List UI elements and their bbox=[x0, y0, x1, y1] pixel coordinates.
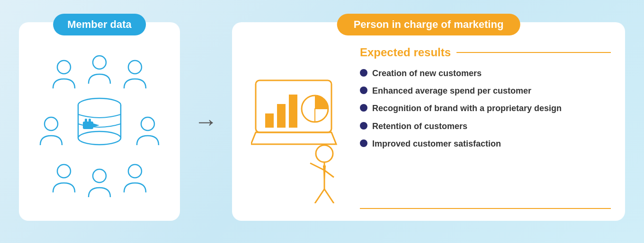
expected-results-title: Expected results bbox=[360, 46, 451, 59]
svg-line-27 bbox=[324, 189, 334, 203]
bullet-dot-5 bbox=[360, 139, 367, 147]
svg-point-5 bbox=[57, 165, 71, 178]
result-item-4: Retention of customers bbox=[360, 121, 611, 132]
expected-results-header: Expected results bbox=[360, 46, 611, 59]
result-item-5: Improved customer satisfaction bbox=[360, 138, 611, 150]
result-text-2: Enhanced average spend per customer bbox=[372, 85, 531, 97]
result-text-3: Recognition of brand with a proprietary … bbox=[372, 103, 562, 114]
db-illustration bbox=[38, 51, 161, 202]
bullet-dot-1 bbox=[360, 69, 367, 77]
bullet-dot-3 bbox=[360, 104, 367, 112]
results-section: Expected results Creation of new custome… bbox=[360, 46, 611, 209]
result-text-1: Creation of new customers bbox=[372, 68, 482, 79]
left-card: Member data bbox=[19, 22, 180, 221]
arrow-icon: → bbox=[194, 108, 218, 135]
svg-rect-18 bbox=[265, 113, 274, 128]
presenter-illustration bbox=[246, 46, 350, 209]
result-item-2: Enhanced average spend per customer bbox=[360, 85, 611, 97]
arrow-container: → bbox=[194, 108, 218, 135]
result-text-5: Improved customer satisfaction bbox=[372, 138, 501, 150]
svg-point-3 bbox=[45, 117, 58, 130]
bottom-line bbox=[360, 208, 611, 209]
right-card: Person in charge of marketing bbox=[232, 22, 625, 221]
svg-point-22 bbox=[316, 145, 333, 162]
bullet-dot-4 bbox=[360, 122, 367, 130]
svg-point-12 bbox=[78, 131, 121, 145]
svg-rect-13 bbox=[83, 122, 93, 129]
svg-point-2 bbox=[128, 61, 142, 74]
svg-rect-19 bbox=[277, 104, 286, 128]
result-text-4: Retention of customers bbox=[372, 121, 467, 132]
marketing-badge: Person in charge of marketing bbox=[337, 14, 520, 35]
svg-line-25 bbox=[324, 170, 334, 177]
svg-rect-15 bbox=[85, 119, 87, 122]
svg-point-6 bbox=[93, 169, 106, 182]
header-line bbox=[456, 52, 611, 53]
member-data-badge: Member data bbox=[53, 14, 146, 35]
svg-point-1 bbox=[93, 56, 106, 69]
svg-point-7 bbox=[128, 165, 142, 178]
result-item-1: Creation of new customers bbox=[360, 68, 611, 79]
main-container: Member data bbox=[0, 0, 644, 243]
svg-marker-28 bbox=[323, 165, 326, 180]
svg-line-26 bbox=[315, 189, 324, 203]
svg-line-24 bbox=[310, 163, 324, 170]
svg-rect-20 bbox=[289, 95, 297, 128]
result-item-3: Recognition of brand with a proprietary … bbox=[360, 103, 611, 114]
bullet-dot-2 bbox=[360, 87, 367, 94]
svg-point-4 bbox=[141, 117, 154, 130]
svg-rect-16 bbox=[89, 119, 91, 122]
svg-point-0 bbox=[57, 61, 71, 74]
